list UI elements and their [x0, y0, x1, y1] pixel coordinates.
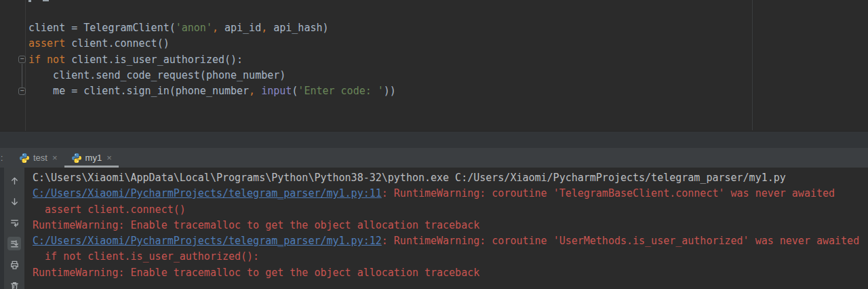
down-arrow-icon [9, 197, 20, 207]
code-token: , [212, 22, 218, 34]
console-file-link[interactable]: C:/Users/Xiaomi/PycharmProjects/telegram… [33, 187, 382, 199]
console-line: RuntimeWarning: Enable tracemalloc to ge… [33, 265, 859, 281]
code-token: client.connect() [65, 37, 170, 50]
console-line: assert client.connect() [33, 202, 859, 218]
clear-all-button[interactable] [7, 279, 21, 289]
scroll-to-end-button[interactable] [7, 237, 21, 250]
tab-my1[interactable]: my1 × [64, 148, 119, 168]
console-text: if not client.is_user_authorized(): [33, 250, 259, 263]
gutter-separator [25, 0, 26, 131]
code-token: )) [384, 85, 396, 97]
code-token: if not [28, 54, 65, 66]
code-token: 'Enter code: ' [298, 85, 383, 97]
code-token: , [249, 85, 255, 97]
code-token: client.send_code_request(phone_number) [28, 69, 285, 81]
code-line[interactable]: me = client.sign_in(phone_number, input(… [28, 83, 396, 99]
console-text: : RuntimeWarning: coroutine 'TelegramBas… [382, 187, 835, 199]
clipped-code-fragment [28, 0, 31, 2]
run-label-fragment: : [1, 153, 5, 163]
scroll-to-end-icon [9, 239, 20, 249]
code-token: api_id [218, 22, 261, 34]
code-line[interactable]: client = TelegramClient('anon', api_id, … [28, 20, 329, 36]
code-line[interactable]: assert client.connect() [28, 36, 170, 52]
python-icon [19, 153, 30, 163]
fold-region-line [22, 64, 22, 88]
code-token [255, 85, 261, 97]
console-line: C:/Users/Xiaomi/PycharmProjects/telegram… [33, 233, 859, 249]
console-text: : RuntimeWarning: coroutine 'UserMethods… [382, 235, 859, 247]
panel-splitter[interactable] [0, 131, 868, 148]
close-icon[interactable]: × [106, 153, 112, 162]
code-token: me = client.sign_in(phone_number [28, 85, 249, 97]
trash-icon [9, 281, 20, 289]
fold-marker-icon[interactable] [18, 56, 26, 63]
python-icon [71, 153, 82, 163]
console-line: C:\Users\Xiaomi\AppData\Local\Programs\P… [33, 170, 859, 186]
code-token: , [261, 22, 267, 34]
run-console: C:\Users\Xiaomi\AppData\Local\Programs\P… [0, 168, 868, 289]
code-line[interactable]: client.send_code_request(phone_number) [28, 68, 285, 83]
console-text: C:\Users\Xiaomi\AppData\Local\Programs\P… [33, 172, 786, 184]
console-text: RuntimeWarning: Enable tracemalloc to ge… [33, 267, 479, 279]
code-token: api_hash) [267, 22, 328, 34]
up-arrow-icon [9, 176, 20, 186]
up-stack-button[interactable] [7, 174, 21, 187]
code-token: input [261, 85, 292, 97]
tab-label: test [33, 153, 47, 163]
pycharm-window: { "colors": { "editor_bg": "#2b2b2b", "c… [0, 0, 868, 289]
printer-icon [9, 260, 20, 270]
console-text: assert client.connect() [33, 204, 186, 216]
console-file-link[interactable]: C:/Users/Xiaomi/PycharmProjects/telegram… [33, 235, 382, 247]
console-line: if not client.is_user_authorized(): [33, 249, 859, 265]
clipped-code-fragment [43, 0, 49, 1]
console-toolbar [4, 168, 24, 289]
code-token: 'anon' [176, 22, 212, 34]
console-output[interactable]: C:\Users\Xiaomi\AppData\Local\Programs\P… [33, 170, 859, 281]
close-icon[interactable]: × [52, 153, 58, 162]
code-editor[interactable]: client = TelegramClient('anon', api_id, … [0, 0, 868, 131]
tab-test[interactable]: test × [12, 148, 64, 168]
console-line: RuntimeWarning: Enable tracemalloc to ge… [33, 218, 859, 233]
code-line[interactable]: if not client.is_user_authorized(): [28, 52, 243, 68]
code-token: ( [292, 85, 298, 97]
code-token: assert [28, 37, 65, 50]
code-token: client.is_user_authorized(): [65, 54, 243, 66]
console-line: C:/Users/Xiaomi/PycharmProjects/telegram… [33, 186, 859, 201]
right-margin-guide [752, 0, 753, 130]
run-tab-bar: : test × my1 × [0, 148, 868, 168]
down-stack-button[interactable] [7, 195, 21, 208]
tab-label: my1 [85, 153, 102, 163]
soft-wrap-button[interactable] [7, 216, 21, 229]
console-text: RuntimeWarning: Enable tracemalloc to ge… [33, 219, 479, 231]
code-token: client = TelegramClient( [28, 22, 176, 34]
print-button[interactable] [7, 258, 21, 271]
soft-wrap-icon [9, 218, 20, 228]
fold-end-marker-icon[interactable] [18, 88, 26, 95]
